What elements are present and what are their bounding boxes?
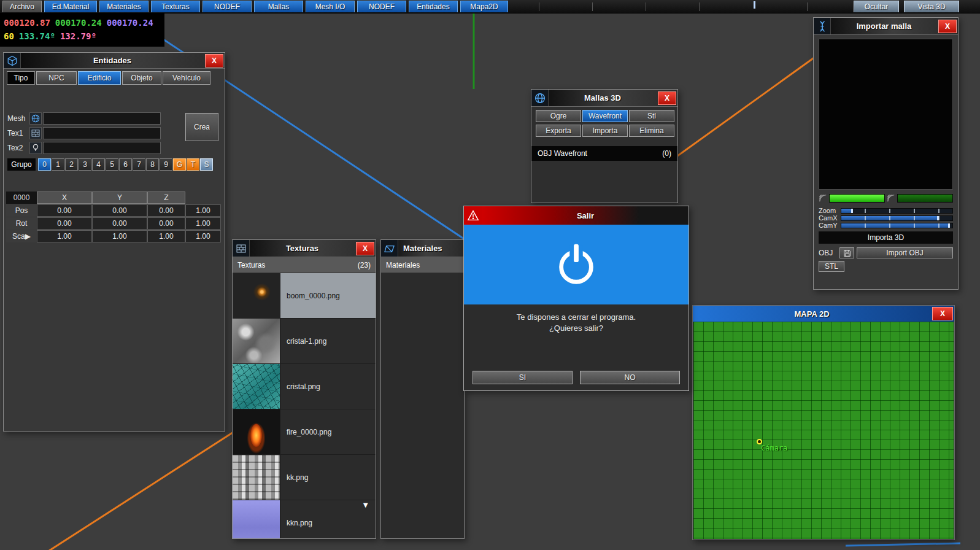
salir-title: Salir xyxy=(482,211,689,220)
app-root: Archivo Ed.Material Materiales Texturas … xyxy=(0,0,980,550)
save-icon[interactable] xyxy=(839,247,854,258)
pos-y-value[interactable]: 0.00 xyxy=(92,204,147,217)
importar-titlebar[interactable]: Importar malla X xyxy=(814,18,958,35)
menu-tab-nodef-2[interactable]: NODEF xyxy=(357,1,406,12)
row-label-sca[interactable]: Sca▶ xyxy=(6,230,37,242)
stl-import-button[interactable]: STL xyxy=(819,261,844,272)
rot-w-value[interactable]: 1.00 xyxy=(185,217,221,230)
grupo-button-8[interactable]: 8 xyxy=(146,158,159,171)
camx-label: CamX xyxy=(819,214,841,222)
menu-tab-materiales[interactable]: Materiales xyxy=(99,1,149,12)
list-item[interactable]: cristal-1.png xyxy=(233,319,376,364)
list-item[interactable]: kkn.png ▼ xyxy=(233,500,376,538)
tab-vehiculo[interactable]: Vehículo xyxy=(163,71,210,85)
camx-slider-thumb[interactable] xyxy=(937,216,939,220)
mapa2d-close-button[interactable]: X xyxy=(932,307,953,320)
grupo-button-3[interactable]: 3 xyxy=(79,158,91,171)
sca-x-value[interactable]: 1.00 xyxy=(37,230,92,242)
menu-tab-ocultar[interactable]: Ocultar xyxy=(854,1,899,12)
ogre-button[interactable]: Ogre xyxy=(536,110,581,122)
rot-y-value[interactable]: 0.00 xyxy=(92,217,147,230)
grupo-button-s[interactable]: S xyxy=(200,158,213,171)
elimina-button[interactable]: Elimina xyxy=(629,125,674,137)
grupo-button-7[interactable]: 7 xyxy=(133,158,145,171)
sca-y-value[interactable]: 1.00 xyxy=(92,230,147,242)
col-header-y: Y xyxy=(92,192,147,204)
crea-button[interactable]: Crea xyxy=(185,113,218,141)
menu-tab-entidades[interactable]: Entidades xyxy=(409,1,458,12)
materiales-titlebar[interactable]: Materiales xyxy=(381,240,464,257)
mesh-input[interactable] xyxy=(43,112,161,125)
tab-npc[interactable]: NPC xyxy=(36,71,77,85)
entidades-titlebar[interactable]: Entidades X xyxy=(4,53,225,69)
rot-x-value[interactable]: 0.00 xyxy=(37,217,92,230)
zoom-slider-thumb[interactable] xyxy=(851,209,853,213)
map-2d-grid[interactable]: Cámara xyxy=(693,322,954,539)
texturas-titlebar[interactable]: Texturas X xyxy=(233,240,376,257)
mesh-preview-viewport[interactable] xyxy=(819,39,953,190)
grupo-button-0[interactable]: 0 xyxy=(38,158,51,171)
camy-slider-thumb[interactable] xyxy=(948,223,950,228)
globe-icon xyxy=(531,90,549,106)
sca-w-value[interactable]: 1.00 xyxy=(185,230,221,242)
mesh-list-header[interactable]: OBJ Wavefront (0) xyxy=(531,146,677,161)
importar-close-button[interactable]: X xyxy=(938,20,957,33)
menu-tab-ed-material[interactable]: Ed.Material xyxy=(44,1,97,12)
entidades-close-button[interactable]: X xyxy=(205,54,223,68)
col-header-x: X xyxy=(37,192,92,204)
tex2-input[interactable] xyxy=(43,142,161,154)
mapa2d-titlebar[interactable]: MAPA 2D X xyxy=(693,306,954,322)
zoom-slider[interactable] xyxy=(841,208,953,214)
pos-x-value[interactable]: 0.00 xyxy=(37,204,92,217)
tab-edificio[interactable]: Edificio xyxy=(78,71,121,85)
salir-no-button[interactable]: NO xyxy=(580,371,680,384)
camx-slider[interactable] xyxy=(841,215,953,221)
menu-tab-mallas[interactable]: Mallas xyxy=(254,1,303,12)
salir-message-line1: Te dispones a cerrar el programa. xyxy=(464,312,689,323)
texturas-close-button[interactable]: X xyxy=(356,242,374,255)
list-item[interactable]: fire_0000.png xyxy=(233,409,376,455)
obj-label: OBJ xyxy=(819,249,837,257)
menu-tab-texturas[interactable]: Texturas xyxy=(151,1,200,12)
grupo-button-1[interactable]: 1 xyxy=(52,158,64,171)
grupo-button-2[interactable]: 2 xyxy=(65,158,78,171)
importa-button[interactable]: Importa xyxy=(582,125,628,137)
mallas3d-close-button[interactable]: X xyxy=(658,91,676,105)
rot-z-value[interactable]: 0.00 xyxy=(147,217,185,230)
importar-title: Importar malla xyxy=(831,21,937,31)
camy-slider-row: CamY xyxy=(819,222,953,229)
grupo-button-4[interactable]: 4 xyxy=(92,158,105,171)
menu-tab-mapa2d[interactable]: Mapa2D xyxy=(460,1,508,12)
salir-titlebar[interactable]: Salir xyxy=(464,206,689,225)
menu-tab-nodef-1[interactable]: NODEF xyxy=(203,1,252,12)
grupo-button-t[interactable]: T xyxy=(187,158,199,171)
menu-tab-mesh-io[interactable]: Mesh I/O xyxy=(306,1,355,12)
wavefront-button[interactable]: Wavefront xyxy=(582,110,628,122)
stl-button[interactable]: Stl xyxy=(629,110,674,122)
mallas3d-titlebar[interactable]: Mallas 3D X xyxy=(531,90,677,107)
texturas-list-header: Texturas (23) xyxy=(233,257,376,273)
tex1-input[interactable] xyxy=(43,127,161,139)
camy-slider[interactable] xyxy=(841,223,953,228)
menu-tab-vista-3d[interactable]: Vista 3D xyxy=(904,1,959,12)
tab-objeto[interactable]: Objeto xyxy=(122,71,161,85)
mallas3d-window: Mallas 3D X Ogre Wavefront Stl Exporta I… xyxy=(531,89,678,203)
sca-z-value[interactable]: 1.00 xyxy=(147,230,185,242)
grupo-button-g[interactable]: G xyxy=(173,158,186,171)
list-item[interactable]: kk.png xyxy=(233,455,376,500)
menu-tab-archivo[interactable]: Archivo xyxy=(2,1,42,12)
grupo-button-9[interactable]: 9 xyxy=(160,158,172,171)
grupo-button-5[interactable]: 5 xyxy=(106,158,118,171)
list-item[interactable]: boom_0000.png xyxy=(233,273,376,319)
list-item[interactable]: cristal.png xyxy=(233,364,376,409)
exporta-button[interactable]: Exporta xyxy=(536,125,581,137)
pos-z-value[interactable]: 0.00 xyxy=(147,204,185,217)
salir-yes-button[interactable]: SI xyxy=(473,371,573,384)
scroll-down-icon[interactable]: ▼ xyxy=(361,500,369,509)
camera-pitch: 132.79º xyxy=(60,31,96,41)
pos-w-value[interactable]: 1.00 xyxy=(185,204,221,217)
import-obj-button[interactable]: Import OBJ xyxy=(857,247,953,258)
salir-message-line2: ¿Quieres salir? xyxy=(464,323,689,334)
grupo-button-6[interactable]: 6 xyxy=(119,158,132,171)
tab-tipo[interactable]: Tipo xyxy=(7,71,35,85)
